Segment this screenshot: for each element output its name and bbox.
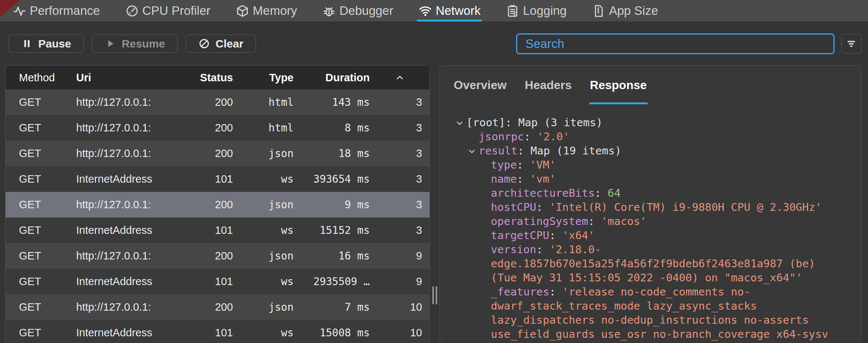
cell-status: 200 xyxy=(182,199,234,211)
expand-caret-icon[interactable] xyxy=(456,115,466,130)
clear-button[interactable]: Clear xyxy=(186,35,256,53)
tab-label: Debugger xyxy=(339,4,393,18)
cell-type: json xyxy=(234,250,294,262)
details-tab-response[interactable]: Response xyxy=(590,66,647,104)
tab-label: Logging xyxy=(523,4,566,18)
cell-uri: http://127.0.0.1: xyxy=(69,147,182,160)
json-key: operatingSystem xyxy=(491,215,588,228)
tab-cpu-profiler[interactable]: CPU Profiler xyxy=(113,0,223,22)
json-string: 'VM' xyxy=(530,159,556,171)
cell-type: json xyxy=(234,301,294,313)
details-tab-overview[interactable]: Overview xyxy=(454,66,506,104)
cell-status: 200 xyxy=(182,122,234,134)
cell-timeline: 3 xyxy=(370,122,430,134)
json-key: architectureBits xyxy=(491,187,595,199)
cell-method: GET xyxy=(6,147,69,160)
cell-timeline: 3 xyxy=(370,147,430,160)
search-input[interactable] xyxy=(517,37,833,51)
json-string: 'vm' xyxy=(530,173,556,185)
json-tree-line: use_field_guards use_osr no-branch_cover… xyxy=(440,327,861,341)
request-row[interactable]: GETInternetAddress101ws393654 ms3 xyxy=(6,166,430,192)
pause-button-label: Pause xyxy=(38,37,71,50)
details-tab-headers[interactable]: Headers xyxy=(525,66,571,104)
request-row[interactable]: GETInternetAddress101ws15008 ms10 xyxy=(6,320,430,343)
json-tree-line: compressed-pointers use_bare_instruction… xyxy=(440,341,861,343)
search-box xyxy=(516,33,835,54)
resume-button-label: Resume xyxy=(122,37,165,50)
json-tree-line: targetCPU: 'x64' xyxy=(440,228,861,242)
details-tab-bar: OverviewHeadersResponse xyxy=(440,66,861,104)
cell-timeline: 9 xyxy=(370,275,430,288)
column-header-method[interactable]: Method xyxy=(6,72,69,84)
json-string: '2.18.0- xyxy=(549,243,601,256)
cell-type: ws xyxy=(234,275,294,288)
request-row[interactable]: GEThttp://127.0.0.1:200html143 ms3 xyxy=(6,89,430,115)
filter-icon xyxy=(846,38,857,49)
tab-label: App Size xyxy=(609,4,658,18)
tab-label: Network xyxy=(435,4,480,18)
json-key: version xyxy=(491,243,536,256)
cell-type: html xyxy=(234,122,294,134)
cell-uri: http://127.0.0.1: xyxy=(69,301,182,313)
cell-uri: InternetAddress xyxy=(69,224,182,236)
cell-timeline: 3 xyxy=(370,199,430,211)
request-details-panel: OverviewHeadersResponse [root]: Map (3 i… xyxy=(440,65,861,343)
table-header-row: MethodUriStatusTypeDuration xyxy=(6,66,430,89)
json-number: 64 xyxy=(608,187,621,199)
filter-button[interactable] xyxy=(841,34,861,53)
debug-banner-corner xyxy=(0,0,20,17)
expand-caret-icon[interactable] xyxy=(468,144,479,158)
cell-status: 101 xyxy=(182,173,234,185)
request-row[interactable]: GEThttp://127.0.0.1:200json9 ms3 xyxy=(6,192,430,218)
splitter-drag-handle[interactable] xyxy=(433,286,437,304)
cell-method: GET xyxy=(6,173,69,185)
response-json-tree: [root]: Map (3 items)jsonrpc: '2.0'resul… xyxy=(440,104,861,343)
column-header-type[interactable]: Type xyxy=(234,72,294,84)
tab-label: Memory xyxy=(253,4,297,18)
cell-status: 200 xyxy=(182,301,234,313)
request-row[interactable]: GETInternetAddress101ws15152 ms3 xyxy=(6,218,430,243)
resume-button[interactable]: Resume xyxy=(92,35,178,53)
json-string: 'macos' xyxy=(601,215,647,228)
tab-network[interactable]: Network xyxy=(406,0,493,22)
cell-timeline: 3 xyxy=(370,224,430,236)
resume-icon xyxy=(104,38,116,49)
requests-table-body: GEThttp://127.0.0.1:200html143 ms3GEThtt… xyxy=(6,89,430,343)
request-row[interactable]: GEThttp://127.0.0.1:200html8 ms3 xyxy=(6,115,430,141)
cell-type: html xyxy=(234,96,294,108)
network-toolbar: Pause Resume Clear xyxy=(0,22,868,65)
column-header-uri[interactable]: Uri xyxy=(69,72,182,84)
column-header-timeline[interactable] xyxy=(370,75,430,80)
request-row[interactable]: GETInternetAddress101ws2935509 …9 xyxy=(6,269,430,294)
tab-debugger[interactable]: Debugger xyxy=(310,0,406,22)
cell-timeline: 9 xyxy=(370,250,430,262)
request-row[interactable]: GEThttp://127.0.0.1:200json16 ms9 xyxy=(6,243,430,269)
json-tree-line[interactable]: [root]: Map (3 items) xyxy=(440,115,861,130)
json-key: _features xyxy=(491,285,549,298)
cell-timeline: 10 xyxy=(370,301,430,313)
json-tree-line[interactable]: result: Map (19 items) xyxy=(440,144,861,158)
cell-uri: http://127.0.0.1: xyxy=(69,122,182,134)
tab-memory[interactable]: Memory xyxy=(223,0,310,22)
requests-table-header: MethodUriStatusTypeDuration xyxy=(6,66,430,89)
cell-status: 101 xyxy=(182,224,234,236)
tab-app-size[interactable]: App Size xyxy=(579,0,671,22)
json-string: edge.1857b670e15a25f4a56f2f9bdeb6f2463e8… xyxy=(491,257,815,270)
json-string: 'Intel(R) Core(TM) i9-9880H CPU @ 2.30GH… xyxy=(549,201,822,213)
pause-button[interactable]: Pause xyxy=(9,35,84,53)
cell-duration: 15152 ms xyxy=(294,224,370,236)
json-string: lazy_dispatchers no-dedup_instructions n… xyxy=(491,314,809,326)
tab-logging[interactable]: Logging xyxy=(493,0,579,22)
cell-duration: 15008 ms xyxy=(294,327,370,339)
cell-timeline: 3 xyxy=(370,96,430,108)
column-header-duration[interactable]: Duration xyxy=(294,72,370,84)
json-key: targetCPU xyxy=(491,229,549,242)
request-row[interactable]: GEThttp://127.0.0.1:200json7 ms10 xyxy=(6,294,430,320)
request-row[interactable]: GEThttp://127.0.0.1:200json18 ms3 xyxy=(6,141,430,166)
cell-uri: http://127.0.0.1: xyxy=(69,96,182,108)
json-plain: : xyxy=(517,159,530,171)
requests-table-panel: MethodUriStatusTypeDuration GEThttp://12… xyxy=(5,65,430,343)
json-string: (Tue May 31 15:15:05 2022 -0400) on "mac… xyxy=(491,271,802,284)
cell-status: 200 xyxy=(182,250,234,262)
column-header-status[interactable]: Status xyxy=(182,72,234,84)
